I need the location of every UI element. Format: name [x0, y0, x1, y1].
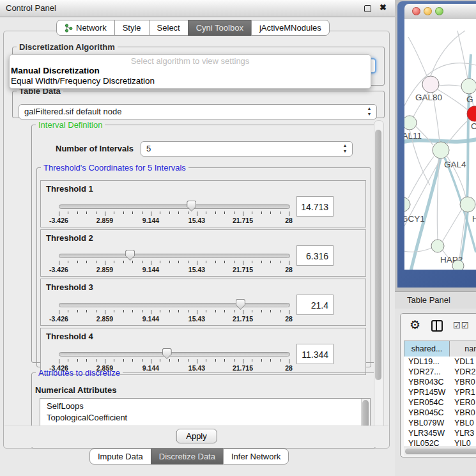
tab-jactivemnodules[interactable]: jActiveMNodules: [251, 20, 330, 36]
tab-label: Select: [157, 20, 180, 35]
slider-handle[interactable]: [162, 348, 172, 359]
tick-label: -3.426: [49, 266, 68, 273]
network-graph[interactable]: GAL80GCGAL11GAL4GCY1HHAP2: [404, 19, 476, 270]
algorithm-option[interactable]: Equal Width/Frequency Discretization: [10, 76, 371, 86]
table-row[interactable]: YLR345WYLR3: [404, 428, 476, 438]
combo-stepper-icon[interactable]: ▲▼: [341, 142, 349, 155]
table-cell[interactable]: YBR043C: [404, 377, 450, 387]
table-data-combobox[interactable]: galFiltered.sif default node ▲▼: [19, 104, 377, 119]
tab-infer-network[interactable]: Infer Network: [223, 449, 289, 464]
scrollbar-thumb[interactable]: [405, 449, 476, 454]
table-row[interactable]: YIL052CYIL0: [404, 438, 476, 447]
network-node-gal11[interactable]: [404, 116, 417, 130]
table-cell[interactable]: YDR27...: [404, 367, 450, 377]
gear-icon[interactable]: ⚙: [410, 318, 420, 332]
table-row[interactable]: YPR145WYPR1: [404, 387, 476, 397]
network-node-gal80[interactable]: [422, 76, 439, 93]
apply-button[interactable]: Apply: [176, 429, 217, 443]
table-cell[interactable]: YBR0: [450, 377, 476, 387]
tab-label: Discretize Data: [159, 449, 215, 464]
slider-handle[interactable]: [125, 250, 135, 261]
table-cell[interactable]: YDR2: [450, 367, 476, 377]
table-cell[interactable]: YBR045C: [404, 408, 450, 418]
table-cell[interactable]: YBR0: [450, 408, 476, 418]
scrollbar-thumb[interactable]: [362, 400, 369, 428]
column-view-icon[interactable]: [431, 320, 443, 332]
table-cell[interactable]: YPR145W: [404, 387, 450, 397]
network-node[interactable]: [452, 260, 464, 270]
network-edge[interactable]: [439, 85, 461, 86]
threshold-value-box[interactable]: 11.344: [296, 344, 334, 364]
table-cell[interactable]: YLR345W: [404, 428, 450, 438]
table-row[interactable]: YBR043CYBR0: [404, 377, 476, 387]
threshold-value-box[interactable]: 21.4: [296, 295, 334, 315]
tab-select[interactable]: Select: [149, 20, 188, 36]
slider-track[interactable]: [59, 204, 290, 209]
algorithm-dropdown-popup: Select algorithm to view settings Manual…: [9, 54, 371, 89]
table-row[interactable]: YER054CYER0: [404, 397, 476, 408]
table-cell[interactable]: YPR1: [450, 387, 476, 397]
panel-vertical-scrollbar[interactable]: [374, 120, 384, 445]
slider-track[interactable]: [59, 254, 290, 258]
table-row[interactable]: YDR27...YDR2: [404, 367, 476, 377]
table-cell[interactable]: YER0: [450, 397, 476, 408]
algorithm-option[interactable]: Manual Discretization: [10, 66, 371, 76]
number-of-intervals-label: Number of Intervals: [56, 144, 134, 153]
network-edge[interactable]: [404, 248, 432, 252]
slider-track[interactable]: [59, 352, 290, 357]
attribute-list-item[interactable]: SelfLoops: [47, 401, 370, 412]
close-icon[interactable]: ✖: [380, 3, 387, 12]
slider-handle[interactable]: [187, 201, 196, 211]
tab-style[interactable]: Style: [114, 20, 150, 36]
table-cell[interactable]: YDL1: [450, 357, 476, 367]
tab-network[interactable]: Network: [56, 20, 115, 36]
slider-track[interactable]: [59, 303, 290, 307]
table-row[interactable]: YDL19...YDL1: [404, 357, 476, 367]
slider-handle[interactable]: [236, 299, 245, 310]
table-cell[interactable]: YBL0: [450, 418, 476, 428]
network-node-gal4[interactable]: [433, 142, 449, 158]
interval-definition-group-title: Interval Definition: [36, 120, 105, 130]
threshold-value-box[interactable]: 6.316: [296, 245, 334, 266]
mac-close-icon[interactable]: [412, 7, 420, 15]
column-header-0[interactable]: shared...: [404, 341, 450, 357]
network-edge[interactable]: [408, 157, 434, 198]
network-view[interactable]: GAL80GCGAL11GAL4GCY1HHAP2: [404, 19, 476, 270]
tick-label: 2.859: [96, 217, 113, 224]
table-cell[interactable]: YIL052C: [404, 438, 450, 447]
tab-label: Cyni Toolbox: [196, 20, 243, 35]
combo-stepper-icon[interactable]: ▲▼: [365, 105, 374, 118]
table-cell[interactable]: YBL079W: [404, 418, 450, 428]
tick-label: 28: [285, 217, 293, 224]
tab-impute-data[interactable]: Impute Data: [89, 449, 151, 464]
table-data-combobox-value: galFiltered.sif default node: [24, 107, 121, 116]
mac-minimize-icon[interactable]: [424, 7, 432, 15]
scrollbar-thumb[interactable]: [375, 130, 381, 380]
table-cell[interactable]: YLR3: [450, 428, 476, 438]
number-of-intervals-combobox[interactable]: 5 ▲▼: [141, 141, 353, 157]
network-node-g[interactable]: [461, 79, 476, 94]
tab-cyni-toolbox[interactable]: Cyni Toolbox: [188, 20, 252, 36]
float-window-icon[interactable]: [364, 5, 371, 12]
table-horizontal-scrollbar[interactable]: [404, 447, 476, 456]
column-header-1[interactable]: name: [449, 341, 476, 357]
table-cell[interactable]: YIL0: [450, 438, 476, 447]
select-checkboxes-icon[interactable]: ☑☑: [453, 321, 469, 330]
network-edge[interactable]: [438, 89, 468, 110]
threshold-value-box[interactable]: 14.713: [296, 196, 334, 217]
network-edge[interactable]: [443, 209, 462, 241]
interval-definition-group: Interval Definition Number of Intervals …: [31, 120, 376, 363]
network-node-gcy1[interactable]: [404, 197, 410, 211]
network-node-hap2[interactable]: [431, 240, 444, 252]
table-cell[interactable]: YER054C: [404, 397, 450, 408]
table-row[interactable]: YBR045CYBR0: [404, 408, 476, 418]
network-edge[interactable]: [408, 37, 427, 77]
table-cell[interactable]: YDL19...: [404, 357, 450, 367]
table-row[interactable]: YBL079WYBL0: [404, 418, 476, 428]
number-of-intervals-value: 5: [146, 144, 151, 153]
mac-zoom-icon[interactable]: [435, 7, 443, 15]
network-edge[interactable]: [457, 31, 468, 79]
tab-discretize-data[interactable]: Discretize Data: [151, 449, 224, 464]
attribute-list-item[interactable]: TopologicalCoefficient: [47, 412, 370, 424]
network-node-h[interactable]: [460, 197, 475, 212]
